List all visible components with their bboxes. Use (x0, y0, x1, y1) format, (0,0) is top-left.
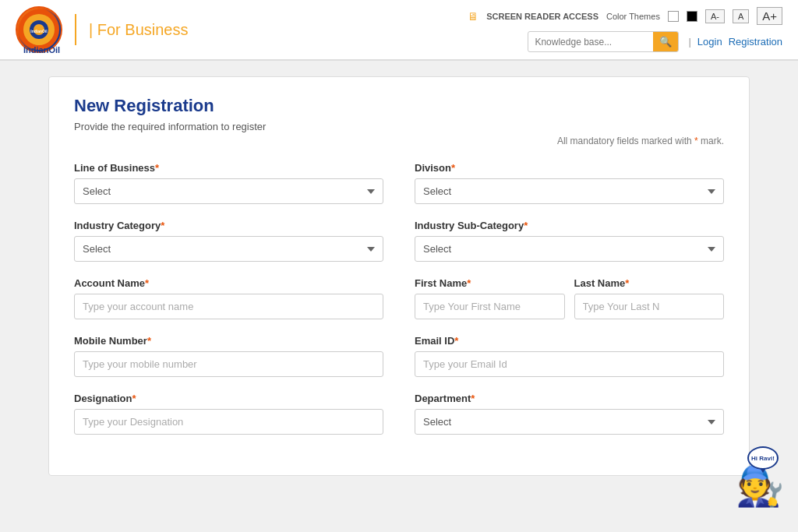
nav-separator: | (688, 36, 690, 48)
screen-reader-label: SCREEN READER ACCESS (486, 12, 598, 21)
font-decrease-button[interactable]: A- (705, 9, 725, 23)
form-card: New Registration Provide the required in… (48, 76, 750, 476)
email-id-label: Email ID* (415, 335, 724, 347)
designation-group: Designation* (74, 393, 383, 435)
form-row-2: Industry Category* Select Industry Sub-C… (74, 220, 724, 262)
color-theme-black[interactable] (687, 11, 697, 22)
mobile-number-input[interactable] (74, 351, 383, 377)
industry-subcategory-group: Industry Sub-Category* Select (415, 220, 724, 262)
main-content: New Registration Provide the required in… (0, 61, 798, 491)
mascot: Hi Ravi! 🧑‍🔧 (736, 446, 790, 491)
industry-category-select[interactable]: Select (74, 236, 383, 262)
account-name-label: Account Name* (74, 277, 383, 289)
registration-link[interactable]: Registration (729, 36, 782, 48)
mandatory-note: All mandatory fields marked with * mark. (74, 136, 724, 146)
last-name-group: Last Name* (574, 277, 725, 319)
department-select[interactable]: Select (415, 409, 724, 435)
top-bar-tools: 🖥 SCREEN READER ACCESS Color Themes A- A… (468, 7, 782, 25)
industry-category-group: Industry Category* Select (74, 220, 383, 262)
division-group: Divison* Select (415, 162, 724, 204)
last-name-input[interactable] (574, 294, 725, 319)
svg-text:IndianOil: IndianOil (30, 29, 48, 33)
designation-label: Designation* (74, 393, 383, 404)
first-name-group: First Name* (415, 277, 565, 319)
header-right: 🖥 SCREEN READER ACCESS Color Themes A- A… (468, 7, 782, 52)
nav-links: | Login Registration (688, 36, 782, 48)
form-row-3: Account Name* First Name* Last Name* (74, 277, 724, 319)
form-row-1: Line of Business* Select Divison* Select (74, 162, 724, 204)
mascot-bubble: Hi Ravi! (747, 446, 779, 470)
first-name-input[interactable] (415, 294, 565, 319)
industry-subcategory-select[interactable]: Select (415, 236, 724, 262)
account-name-group: Account Name* (74, 277, 383, 319)
account-name-input[interactable] (74, 294, 383, 319)
mandatory-asterisk: * (694, 136, 698, 146)
first-name-label: First Name* (415, 277, 565, 289)
form-subtitle: Provide the required information to regi… (74, 121, 724, 132)
form-row-4: Mobile Number* Email ID* (74, 335, 724, 377)
search-button[interactable]: 🔍 (653, 32, 678, 51)
monitor-icon: 🖥 (468, 10, 478, 23)
mobile-number-label: Mobile Number* (74, 335, 383, 347)
header-divider (75, 14, 76, 45)
designation-input[interactable] (74, 409, 383, 435)
header: IndianOil IndianOil | For Business 🖥 SCR… (0, 0, 798, 60)
font-normal-button[interactable]: A (733, 9, 749, 23)
line-of-business-group: Line of Business* Select (74, 162, 383, 204)
search-box: 🔍 (528, 31, 679, 52)
division-select[interactable]: Select (415, 178, 724, 204)
division-label: Divison* (415, 162, 724, 174)
search-input[interactable] (528, 33, 653, 51)
mandatory-suffix: mark. (701, 136, 724, 146)
brand-name-label: IndianOil (23, 45, 60, 55)
search-nav: 🔍 | Login Registration (528, 31, 782, 52)
line-of-business-select[interactable]: Select (74, 178, 383, 204)
email-id-input[interactable] (415, 351, 724, 377)
mandatory-note-text: All mandatory fields marked with (557, 136, 692, 146)
color-themes-label: Color Themes (606, 12, 660, 21)
color-theme-white[interactable] (668, 11, 679, 22)
email-id-group: Email ID* (415, 335, 724, 377)
industry-subcategory-label: Industry Sub-Category* (415, 220, 724, 231)
department-group: Department* Select (415, 393, 724, 435)
for-business-label: | For Business (89, 21, 188, 39)
last-name-label: Last Name* (574, 277, 725, 289)
line-of-business-label: Line of Business* (74, 162, 383, 174)
header-left: IndianOil IndianOil | For Business (16, 6, 188, 53)
login-link[interactable]: Login (697, 36, 722, 48)
name-fields-group: First Name* Last Name* (415, 277, 724, 319)
industry-category-label: Industry Category* (74, 220, 383, 231)
font-increase-button[interactable]: A+ (757, 7, 782, 25)
mobile-number-group: Mobile Number* (74, 335, 383, 377)
form-row-5: Designation* Department* Select (74, 393, 724, 435)
form-title: New Registration (74, 96, 724, 116)
department-label: Department* (415, 393, 724, 404)
